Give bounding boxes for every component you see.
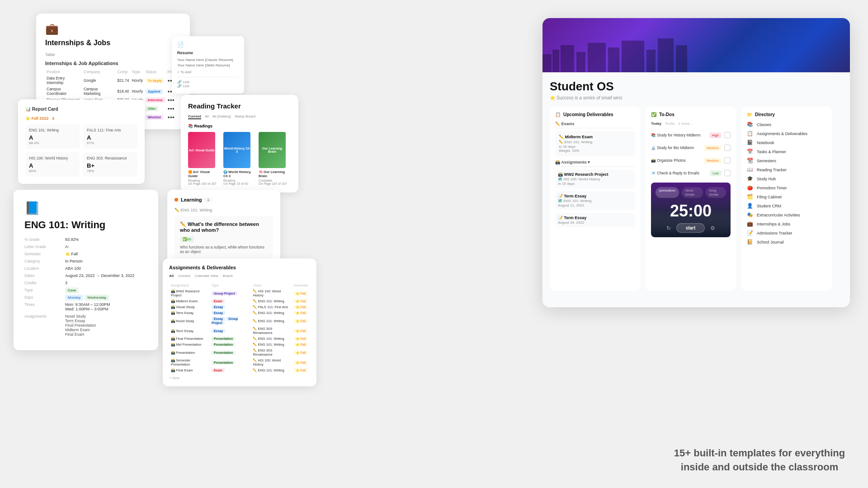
directory-item[interactable]: 📅Tasks & Planner [747,149,826,155]
todos-column: ✅ To-Dos Today To-Do 1 more... 📚 Study f… [646,107,736,291]
directory-list: 📚Classes📋Assignments & Deliverables📓Note… [747,122,826,245]
dir-item-label: Study Hub [757,177,776,181]
table-row: Data Entry Internship Google $21.74 Hour… [45,75,181,86]
learning-course: ✏️ ENG 101: Writing [175,208,273,212]
resume-link-1[interactable]: Your Name Here [Classic Resume] [177,58,239,62]
dir-item-icon: 📚 [747,122,753,127]
internships-title: Internships & Jobs [45,39,181,47]
assignments-new-btn[interactable]: + New [169,376,310,380]
dir-item-label: Tasks & Planner [757,150,786,154]
table-row: 🗃️ Term Essay Essay ✏️ ENG 303: Renaissa… [169,326,310,336]
table-row: 🗃️ Visual Study Essay ✏️ FALS 111: Fine … [169,304,310,310]
grade-cell: ENG 101: Writing A 88.4% [25,124,80,149]
resume-link-2[interactable]: Your Name Here [Skills Resume] [177,63,239,67]
sos-columns: 📋 Upcoming Deliverables ✏️ Exams ✏️ Midt… [550,107,843,291]
svg-rect-2 [561,45,574,72]
dir-item-icon: 🗂️ [747,194,753,200]
directory-item[interactable]: 📔School Journal [747,239,826,245]
directory-icon: 📁 [747,112,752,117]
table-row: 🗃️ Term Essay Essay ✏️ ENG 101: Writing … [169,310,310,316]
directory-item[interactable]: 🍅Pomodoro Timer [747,185,826,191]
book-cover-art: Art: Visual Guide [188,132,215,168]
table-row: 🗃️ Novel Study Essay Group Project ✏️ EN… [169,316,310,326]
pomo-tab-pomodoro[interactable]: pomodoro [656,187,679,198]
deliverables-title: 📋 Upcoming Deliverables [555,112,635,117]
report-card: 📊 Report Card ⭐ Fall 2022 4 ENG 101: Wri… [18,99,145,184]
quote-star: ⭐ [550,95,555,100]
book-progress-1: Reading [188,179,220,182]
pomo-start-button[interactable]: start [676,223,705,233]
book-cards: Art: Visual Guide 🟠 Art: Visual Guide Re… [188,132,291,185]
book-progress-2: Reading [223,179,255,182]
svg-rect-4 [588,43,606,72]
student-os-body: Student OS ⭐ Success is a series of smal… [542,72,850,307]
todo-checkbox-2[interactable] [724,145,731,151]
dir-item-icon: 🍅 [747,185,753,191]
directory-item[interactable]: 📆Semesters [747,158,826,164]
reading-tabs[interactable]: Current All All [Gallery] Status Board [188,114,291,119]
pomo-tab-long[interactable]: long break [706,187,726,198]
bottom-tagline: 15+ built-in templates for everythingins… [669,446,850,474]
internships-section: Internships & Job Applications [45,61,181,66]
resume-footer-link-2[interactable]: 🔗 Link [177,84,239,88]
svg-rect-7 [646,50,656,72]
dir-item-label: Classes [757,122,771,127]
book-card-3: Our Learning Brain 🧠 Our Learning Brain … [259,132,290,185]
directory-item[interactable]: 📚Classes [747,122,826,127]
reading-tracker-card: Reading Tracker Current All All [Gallery… [181,95,298,192]
directory-item[interactable]: 📖Reading Tracker [747,167,826,173]
dir-item-icon: 📅 [747,149,753,155]
resume-icon: 📄 [177,42,239,48]
directory-item[interactable]: 🗂️Filing Cabinet [747,194,826,200]
resume-footer-link-1[interactable]: 🔗 Link [177,80,239,84]
book-title-3: 🧠 Our Learning Brain [259,170,290,178]
grade-cell: ENG 303: Renaissance B+ 78% [83,152,137,177]
directory-item[interactable]: 📝Admissions Tracker [747,230,826,236]
todo-checkbox-1[interactable] [724,132,731,138]
pomo-tabs[interactable]: pomodoro short break long break [656,187,726,198]
directory-item[interactable]: 💼Internships & Jobs [747,221,826,227]
table-row: 🗃️ Presentation Presentation ✏️ ENG 303:… [169,347,310,357]
student-os-panel: Student OS ⭐ Success is a series of smal… [542,18,850,307]
type-row: Type Core [24,288,147,292]
todo-checkbox-4[interactable] [724,170,731,176]
assignments-view-tabs[interactable]: All Current Calendar View Board [169,274,310,278]
assignments-deliverables-card: Assignments & Deliverables All Current C… [163,258,316,386]
learning-title: Learning [181,197,202,202]
pomo-refresh-icon[interactable]: ↻ [666,225,671,231]
student-os-title: Student OS [550,80,843,94]
report-card-header: 📊 Report Card [25,107,137,112]
dir-item-label: Filing Cabinet [757,195,782,199]
todo-tabs[interactable]: Today To-Do 1 more... [651,122,731,126]
exam-midterm: ✏️ Midterm Exam ✏️ ENG 101: Writing In 1… [555,131,635,156]
pomo-timer: 25:00 [656,202,726,221]
pomo-tab-short[interactable]: short break [682,187,703,198]
resume-add-btn[interactable]: + To Add [177,70,239,74]
learning-count: 1 [204,197,212,202]
directory-column: 📁 Directory 📚Classes📋Assignments & Deliv… [741,107,832,291]
dir-item-label: Notebook [757,141,774,145]
pomo-settings-icon[interactable]: ⚙ [710,225,715,231]
directory-item[interactable]: 📋Assignments & Deliverables [747,131,826,136]
directory-item[interactable]: 👤Student CRM [747,203,826,209]
dir-item-icon: 📓 [747,140,753,145]
dir-item-label: Reading Tracker [757,168,787,172]
todos-title: ✅ To-Dos [651,112,731,117]
svg-rect-3 [576,52,585,72]
todo-bio: 🔬 Study for Bio Midterm Medium [651,143,731,153]
dir-item-icon: 📖 [747,167,753,173]
category-row: Category In Person [24,259,147,263]
location-row: Location ABA 100 [24,266,147,271]
directory-item[interactable]: 🎭Extracurricular Activities [747,212,826,218]
grade-cell: HIS 100: World History A 85% [25,152,80,177]
directory-item[interactable]: 📓Notebook [747,140,826,145]
directory-item[interactable]: 🎓Study Hub [747,176,826,182]
todo-checkbox-3[interactable] [724,157,731,164]
letter-grade-row: Letter Grade A- [24,244,147,249]
dir-item-icon: 🎭 [747,212,753,218]
todo-photos: 📸 Organize Photos Medium [651,155,731,165]
eng-course-title: ENG 101: Writing [24,219,147,231]
briefcase-icon: 💼 [45,23,181,35]
days-row: Days Monday Wednesday [24,295,147,300]
assignment-ww2: 🗃️ WW2 Research Project 🗺️ HIS 100: Worl… [555,169,635,188]
